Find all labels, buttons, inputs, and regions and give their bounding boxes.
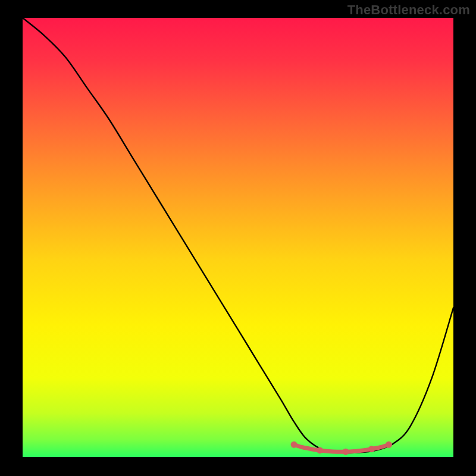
svg-point-3	[368, 446, 375, 452]
chart-frame: TheBottleneck.com	[0, 0, 476, 476]
bottleneck-chart	[0, 0, 476, 476]
svg-point-0	[291, 441, 298, 448]
svg-point-1	[317, 447, 323, 453]
svg-point-4	[386, 441, 392, 448]
svg-point-2	[343, 449, 349, 455]
gradient-background	[23, 18, 453, 457]
watermark-label: TheBottleneck.com	[347, 2, 470, 18]
